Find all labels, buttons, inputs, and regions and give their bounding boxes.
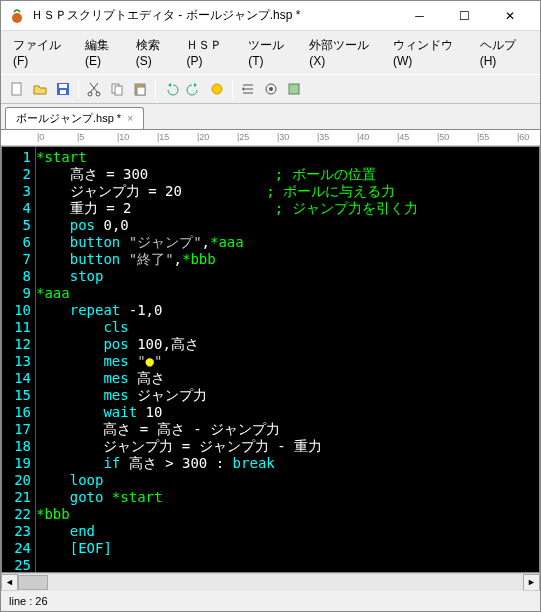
menu-tools[interactable]: ツール(T) xyxy=(242,35,301,70)
code-line[interactable]: *start xyxy=(36,149,539,166)
tab-file[interactable]: ボールジャンプ.hsp * × xyxy=(5,107,144,129)
line-number: 3 xyxy=(6,183,31,199)
token: , xyxy=(174,251,182,267)
token: cls xyxy=(36,319,129,335)
code-line[interactable]: 高さ = 300 ; ボールの位置 xyxy=(36,166,539,183)
line-number: 15 xyxy=(6,387,31,403)
scroll-left-button[interactable]: ◄ xyxy=(1,574,18,591)
code-line[interactable]: button "ジャンプ",*aaa xyxy=(36,234,539,251)
code-line[interactable]: mes ジャンプ力 xyxy=(36,387,539,404)
maximize-button[interactable]: ☐ xyxy=(442,2,487,30)
svg-rect-4 xyxy=(60,90,66,94)
line-number: 20 xyxy=(6,472,31,488)
status-line: line : 26 xyxy=(9,595,48,607)
tab-close-icon[interactable]: × xyxy=(127,113,133,124)
run-icon[interactable] xyxy=(207,79,227,99)
token: - xyxy=(277,438,285,454)
token: pos xyxy=(36,217,103,233)
code-line[interactable]: pos 100,高さ xyxy=(36,336,539,353)
code-line[interactable]: repeat -1,0 xyxy=(36,302,539,319)
menu-ext[interactable]: 外部ツール(X) xyxy=(303,35,385,70)
titlebar: ＨＳＰスクリプトエディタ - ボールジャンプ.hsp * ─ ☐ ✕ xyxy=(1,1,540,31)
scroll-track[interactable] xyxy=(18,574,523,591)
code-line[interactable]: ジャンプ力 = ジャンプ力 - 重力 xyxy=(36,438,539,455)
code-area[interactable]: *start 高さ = 300 ; ボールの位置 ジャンプ力 = 20 ; ボー… xyxy=(36,147,539,572)
code-line[interactable]: mes "●" xyxy=(36,353,539,370)
horizontal-scrollbar[interactable]: ◄ ► xyxy=(1,573,540,590)
close-button[interactable]: ✕ xyxy=(487,2,532,30)
redo-icon[interactable] xyxy=(184,79,204,99)
tool2-icon[interactable] xyxy=(261,79,281,99)
token: ジャンプ力 xyxy=(137,387,207,403)
token: = 2 xyxy=(106,200,131,216)
token: ジャンプ力 xyxy=(202,421,280,437)
token: *bbb xyxy=(36,506,70,522)
token: ジャンプ力 xyxy=(36,183,148,199)
token: *bbb xyxy=(182,251,216,267)
token: " xyxy=(154,353,162,369)
code-line[interactable]: if 高さ > 300 : break xyxy=(36,455,539,472)
token: 0 xyxy=(154,302,162,318)
token: ; ボールに与える力 xyxy=(266,183,395,199)
menu-search[interactable]: 検索(S) xyxy=(130,35,179,70)
new-file-icon[interactable] xyxy=(7,79,27,99)
token: 高さ xyxy=(148,421,193,437)
open-file-icon[interactable] xyxy=(30,79,50,99)
token: 100 xyxy=(137,336,162,352)
svg-point-0 xyxy=(12,13,22,23)
token: ; ボールの位置 xyxy=(275,166,376,182)
menu-file[interactable]: ファイル(F) xyxy=(7,35,77,70)
line-number: 7 xyxy=(6,251,31,267)
menu-help[interactable]: ヘルプ(H) xyxy=(474,35,534,70)
code-line[interactable]: loop xyxy=(36,472,539,489)
token: break xyxy=(233,455,275,471)
toolbar-separator xyxy=(232,80,233,98)
code-line[interactable]: button "終了",*bbb xyxy=(36,251,539,268)
token: 高さ xyxy=(129,455,165,471)
line-number: 8 xyxy=(6,268,31,284)
code-line[interactable]: pos 0,0 xyxy=(36,217,539,234)
code-line[interactable]: wait 10 xyxy=(36,404,539,421)
scroll-thumb[interactable] xyxy=(18,575,48,590)
code-line[interactable]: stop xyxy=(36,268,539,285)
line-gutter: 1 2 3 4 5 6 7 8 9 10 11 12 13 14 15 16 1… xyxy=(2,147,36,572)
line-number: 22 xyxy=(6,506,31,522)
token: ジャンプ力 xyxy=(36,438,182,454)
minimize-button[interactable]: ─ xyxy=(397,2,442,30)
toolbar-separator xyxy=(78,80,79,98)
tab-label: ボールジャンプ.hsp * xyxy=(16,111,121,126)
ruler-mark: |40 xyxy=(357,132,369,142)
token: - xyxy=(193,421,201,437)
undo-icon[interactable] xyxy=(161,79,181,99)
code-line[interactable]: cls xyxy=(36,319,539,336)
token: 高さ xyxy=(137,370,165,386)
code-line[interactable]: 重力 = 2 ; ジャンプ力を引く力 xyxy=(36,200,539,217)
code-line[interactable]: 高さ = 高さ - ジャンプ力 xyxy=(36,421,539,438)
line-number: 25 xyxy=(6,557,31,573)
editor[interactable]: 1 2 3 4 5 6 7 8 9 10 11 12 13 14 15 16 1… xyxy=(1,146,540,573)
token: 0 xyxy=(103,217,111,233)
indent-icon[interactable] xyxy=(238,79,258,99)
code-line[interactable]: mes 高さ xyxy=(36,370,539,387)
menu-edit[interactable]: 編集(E) xyxy=(79,35,128,70)
ruler-mark: |30 xyxy=(277,132,289,142)
code-line[interactable]: *aaa xyxy=(36,285,539,302)
save-file-icon[interactable] xyxy=(53,79,73,99)
tool3-icon[interactable] xyxy=(284,79,304,99)
code-line[interactable]: goto *start xyxy=(36,489,539,506)
line-number: 5 xyxy=(6,217,31,233)
line-number: 19 xyxy=(6,455,31,471)
scroll-right-button[interactable]: ► xyxy=(523,574,540,591)
menu-hsp[interactable]: ＨＳＰ(P) xyxy=(180,35,240,70)
cut-icon[interactable] xyxy=(84,79,104,99)
paste-icon[interactable] xyxy=(130,79,150,99)
menu-window[interactable]: ウィンドウ(W) xyxy=(387,35,472,70)
copy-icon[interactable] xyxy=(107,79,127,99)
line-number: 10 xyxy=(6,302,31,318)
code-line[interactable]: end xyxy=(36,523,539,540)
code-line[interactable]: ジャンプ力 = 20 ; ボールに与える力 xyxy=(36,183,539,200)
token: 高さ xyxy=(36,166,106,182)
token: -1 xyxy=(129,302,146,318)
code-line[interactable]: [EOF] xyxy=(36,540,539,557)
code-line[interactable]: *bbb xyxy=(36,506,539,523)
